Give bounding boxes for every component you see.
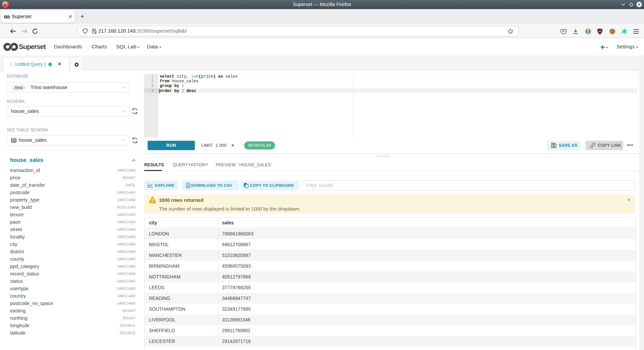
svg-text:uo: uo [599,30,601,32]
